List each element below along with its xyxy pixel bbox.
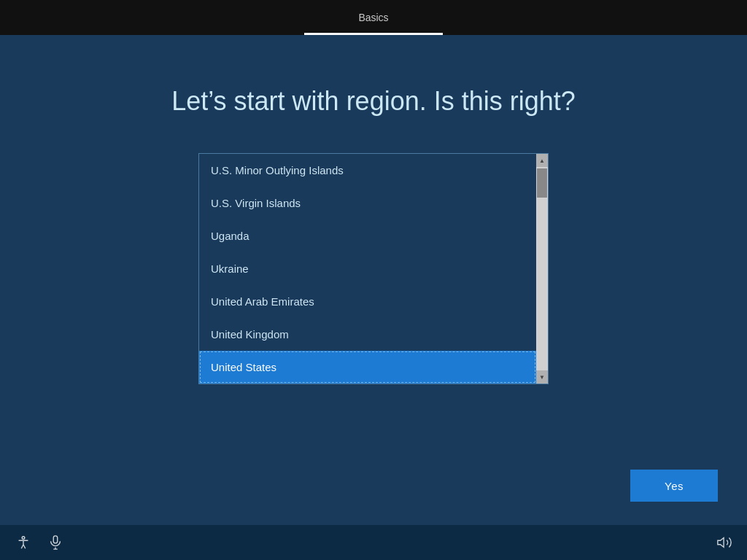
list-item-us-virgin[interactable]: U.S. Virgin Islands: [199, 187, 536, 219]
scrollbar-down-button[interactable]: ▼: [536, 370, 548, 384]
list-item-uae[interactable]: United Arab Emirates: [199, 285, 536, 318]
list-item-us-minor[interactable]: U.S. Minor Outlying Islands: [199, 154, 536, 187]
region-list-wrapper: U.S. Minor Outlying IslandsU.S. Virgin I…: [198, 153, 549, 384]
yes-button[interactable]: Yes: [630, 470, 718, 502]
accessibility-icon[interactable]: [15, 534, 32, 551]
bottom-left-icons: [15, 534, 64, 551]
list-item-us[interactable]: United States: [199, 351, 536, 384]
list-item-uk[interactable]: United Kingdom: [199, 318, 536, 351]
svg-point-0: [22, 537, 25, 540]
list-item-uganda[interactable]: Uganda: [199, 219, 536, 252]
scrollbar-thumb[interactable]: [537, 168, 547, 198]
scrollbar-up-button[interactable]: ▲: [536, 154, 548, 167]
top-bar-underline: [304, 33, 443, 35]
page-title: Let’s start with region. Is this right?: [171, 86, 576, 117]
top-bar: Basics: [0, 0, 747, 35]
bottom-taskbar: [0, 525, 747, 560]
list-item-ukraine[interactable]: Ukraine: [199, 252, 536, 285]
svg-rect-1: [53, 536, 58, 543]
top-bar-title: Basics: [358, 12, 388, 23]
main-content: Let’s start with region. Is this right? …: [0, 35, 747, 384]
sound-icon[interactable]: [716, 534, 732, 551]
scrollbar-track[interactable]: ▲ ▼: [536, 154, 548, 384]
mic-icon[interactable]: [47, 534, 64, 551]
region-list: U.S. Minor Outlying IslandsU.S. Virgin I…: [199, 154, 536, 384]
svg-marker-2: [718, 538, 724, 548]
